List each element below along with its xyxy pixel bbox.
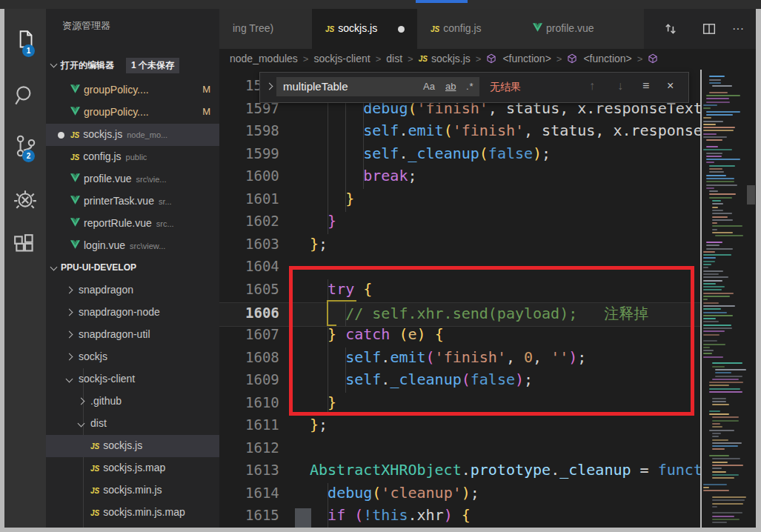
minimap-code-line [703, 330, 725, 332]
regex-toggle[interactable]: .* [466, 81, 474, 92]
open-editor-item[interactable]: JSsockjs.jsnode_mo... [46, 124, 219, 146]
file-label: reportRule.vue [84, 217, 152, 229]
minimap-code-line [709, 82, 721, 84]
tab-sockjs.js[interactable]: JSsockjs.js [312, 9, 418, 49]
open-editors-header[interactable]: 打开的编辑器 1 个未保存 [46, 54, 219, 76]
file-name: profile.vuesrc\vie... [70, 173, 167, 184]
tree-item[interactable]: snapdragon-node [46, 302, 219, 324]
tab-profile.vue[interactable]: profile.vue [519, 9, 645, 49]
tree-item[interactable]: sockjs [46, 346, 219, 368]
breadcrumb-item[interactable]: JSsockjs.js [419, 53, 471, 64]
minimap-code-line [703, 487, 709, 488]
line-number[interactable]: 1598 [245, 122, 282, 139]
tree-item[interactable]: lib [46, 524, 219, 528]
next-match-button[interactable]: ↓ [617, 79, 623, 93]
split-editor-button[interactable] [702, 22, 716, 39]
minimap-code-line [703, 286, 725, 287]
line-number[interactable]: 1599 [245, 145, 282, 162]
activity-extensions-icon[interactable] [13, 233, 38, 258]
breadcrumb-item[interactable]: sockjs-client [313, 53, 370, 64]
line-number[interactable]: 1608 [245, 349, 282, 365]
minimap-code-line [703, 312, 727, 313]
whole-word-toggle[interactable]: ab [445, 81, 456, 92]
tree-item[interactable]: JSsockjs.min.js [46, 479, 219, 502]
line-number[interactable]: 1607 [245, 326, 282, 342]
prev-match-button[interactable]: ↑ [589, 79, 595, 93]
breadcrumb-item[interactable]: dist [386, 53, 402, 64]
find-input[interactable]: multipleTable Aaab.* [276, 77, 479, 96]
breadcrumb-item[interactable] [648, 53, 664, 64]
tree-item[interactable]: dist [46, 413, 219, 435]
more-actions-button[interactable]: ··· [732, 22, 744, 36]
open-editor-item[interactable]: groupPolicy....M [46, 102, 219, 124]
open-editor-item[interactable]: groupPolicy....M [46, 79, 219, 102]
line-number[interactable]: 1610 [245, 394, 282, 410]
activity-search-icon[interactable] [13, 83, 38, 108]
minimap-code-line [703, 356, 723, 358]
tree-item[interactable]: JSsockjs.js [46, 435, 219, 457]
dirty-dot-icon [58, 132, 64, 139]
code-line: 1598 self.emit('finish', status, x.respo… [219, 121, 700, 144]
line-number[interactable]: 1605 [245, 281, 282, 297]
line-number[interactable]: 1600 [245, 167, 282, 184]
workspace-header[interactable]: PPU-UI-DEVELOP [46, 257, 219, 279]
line-number[interactable]: 1612 [245, 439, 282, 456]
breadcrumb-item[interactable]: <function> [486, 53, 551, 64]
code-text: } [310, 212, 336, 230]
open-editor-item[interactable]: JSconfig.jspublic [46, 146, 219, 168]
activity-debug-icon[interactable] [13, 187, 38, 212]
tab-config.js[interactable]: JSconfig.js [417, 9, 520, 49]
open-editor-item[interactable]: profile.vuesrc\vie... [46, 168, 219, 190]
open-editor-item[interactable]: printerTask.vuesr... [46, 190, 219, 213]
tree-item[interactable]: snapdragon [46, 279, 219, 302]
minimap-code-line [703, 293, 734, 294]
tab-label: JSsockjs.js [325, 22, 377, 34]
minimap-code-line [703, 325, 731, 326]
line-number[interactable]: 1613 [245, 462, 282, 478]
editor-scrollbar[interactable] [746, 70, 756, 528]
open-editor-item[interactable]: login.vuesrc\view... [46, 235, 219, 257]
breadcrumb-item[interactable]: <function> [567, 53, 631, 64]
breadcrumb-item[interactable]: node_modules [230, 53, 298, 64]
line-number[interactable]: 1604 [245, 258, 282, 274]
code-text: }; [310, 416, 328, 433]
minimap-code-line [706, 146, 718, 147]
line-number[interactable]: 1615 [245, 507, 282, 523]
tree-label: sockjs [67, 350, 107, 362]
minimap-code-line [712, 522, 727, 523]
find-expand-toggle[interactable] [266, 83, 273, 90]
tree-item[interactable]: .github [46, 390, 219, 413]
tab-ingTree[interactable]: ing Tree) [219, 9, 313, 49]
line-number[interactable]: 1602 [245, 213, 282, 229]
tree-item[interactable]: snapdragon-util [46, 324, 219, 346]
window-border-right [756, 9, 761, 532]
tree-label: JSsockjs.js [90, 439, 142, 451]
open-changes-button[interactable] [664, 22, 677, 39]
minimap-code-line [703, 283, 716, 285]
close-find-button[interactable]: × [667, 79, 674, 93]
open-editors-label: 打开的编辑器 [61, 59, 114, 72]
line-number[interactable]: 1614 [245, 485, 282, 501]
line-number[interactable]: 1609 [245, 371, 282, 388]
tree-label: snapdragon-node [67, 306, 160, 318]
open-editor-item[interactable]: reportRule.vuesrc... [46, 213, 219, 235]
sidebar-title: 资源管理器 [62, 19, 110, 33]
line-number[interactable]: 1606 [245, 305, 282, 321]
line-number[interactable]: 1611 [245, 416, 282, 433]
line-number[interactable]: 1603 [245, 236, 282, 252]
minimap[interactable] [702, 70, 746, 528]
minimap-code-line [712, 516, 734, 517]
code-text: break; [310, 167, 417, 184]
minimap-code-line [712, 85, 732, 87]
minimap-code-line [703, 121, 723, 122]
scrollbar-slider[interactable] [747, 185, 755, 205]
find-in-selection-button[interactable]: ≡ [642, 79, 649, 93]
tree-item[interactable]: sockjs-client [46, 368, 219, 390]
tree-item[interactable]: JSsockjs.js.map [46, 457, 219, 479]
tree-item[interactable]: JSsockjs.min.js.map [46, 502, 219, 524]
chev-right-icon [66, 353, 73, 361]
code-text: } [310, 190, 354, 207]
match-case-toggle[interactable]: Aa [423, 81, 435, 92]
minimap-code-line [703, 340, 717, 342]
line-number[interactable]: 1601 [245, 190, 282, 207]
